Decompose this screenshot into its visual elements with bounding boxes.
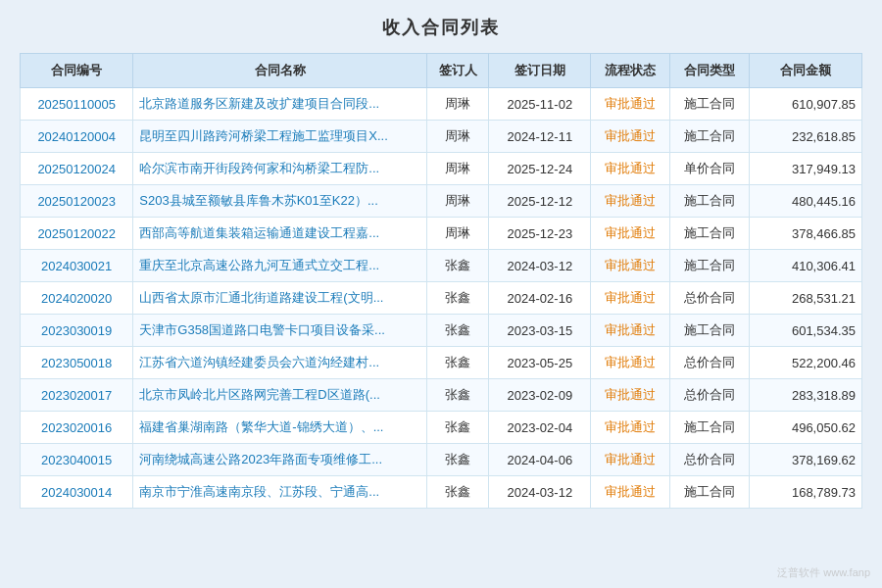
contract-id-cell[interactable]: 20250110005 (21, 88, 133, 121)
contract-id-cell[interactable]: 2023020017 (21, 379, 133, 412)
header-type: 合同类型 (669, 54, 749, 88)
type-cell: 总价合同 (669, 444, 749, 476)
header-status: 流程状态 (591, 54, 670, 88)
amount-cell: 232,618.85 (749, 121, 861, 153)
signer-cell: 张鑫 (427, 347, 489, 379)
status-cell: 审批通过 (591, 121, 670, 153)
date-cell: 2023-05-25 (489, 347, 591, 379)
contract-name-cell[interactable]: 江苏省六道沟镇经建委员会六道沟经建村... (133, 347, 427, 379)
status-cell: 审批通过 (591, 185, 670, 218)
amount-cell: 410,306.41 (749, 250, 861, 282)
table-row: 2024020020山西省太原市汇通北街道路建设工程(文明...张鑫2024-0… (21, 282, 862, 315)
type-cell: 施工合同 (669, 315, 749, 347)
header-date: 签订日期 (489, 54, 591, 88)
type-cell: 施工合同 (669, 412, 749, 444)
type-cell: 总价合同 (669, 282, 749, 315)
contract-name-cell[interactable]: 南京市宁淮高速南京段、江苏段、宁通高... (133, 476, 427, 509)
table-row: 2023020016福建省巢湖南路（繁华大道-锦绣大道）、...张鑫2023-0… (21, 412, 862, 444)
signer-cell: 张鑫 (427, 315, 489, 347)
status-cell: 审批通过 (591, 282, 670, 315)
amount-cell: 168,789.73 (749, 476, 861, 509)
type-cell: 施工合同 (669, 250, 749, 282)
amount-cell: 480,445.16 (749, 185, 861, 218)
amount-cell: 496,050.62 (749, 412, 861, 444)
table-header-row: 合同编号 合同名称 签订人 签订日期 流程状态 合同类型 合同金额 (21, 54, 862, 88)
watermark: 泛普软件 www.fanp (777, 565, 870, 580)
date-cell: 2024-03-12 (489, 250, 591, 282)
status-cell: 审批通过 (591, 315, 670, 347)
amount-cell: 378,466.85 (749, 218, 861, 250)
signer-cell: 周琳 (427, 153, 489, 185)
header-name: 合同名称 (133, 54, 427, 88)
status-cell: 审批通过 (591, 153, 670, 185)
table-row: 20250120023S203县城至额敏县库鲁木苏K01至K22）...周琳20… (21, 185, 862, 218)
type-cell: 施工合同 (669, 218, 749, 250)
type-cell: 单价合同 (669, 153, 749, 185)
contract-name-cell[interactable]: 福建省巢湖南路（繁华大道-锦绣大道）、... (133, 412, 427, 444)
header-id: 合同编号 (21, 54, 133, 88)
type-cell: 施工合同 (669, 121, 749, 153)
table-row: 2023030019天津市G358国道路口电警卡口项目设备采...张鑫2023-… (21, 315, 862, 347)
table-row: 20250110005北京路道服务区新建及改扩建项目合同段...周琳2025-1… (21, 88, 862, 121)
contract-name-cell[interactable]: 山西省太原市汇通北街道路建设工程(文明... (133, 282, 427, 315)
contract-name-cell[interactable]: 哈尔滨市南开街段跨何家和沟桥梁工程防... (133, 153, 427, 185)
signer-cell: 周琳 (427, 121, 489, 153)
contract-id-cell[interactable]: 2024020020 (21, 282, 133, 315)
status-cell: 审批通过 (591, 476, 670, 509)
contract-id-cell[interactable]: 20250120023 (21, 185, 133, 218)
signer-cell: 张鑫 (427, 379, 489, 412)
table-row: 2023040015河南绕城高速公路2023年路面专项维修工...张鑫2024-… (21, 444, 862, 476)
date-cell: 2025-12-23 (489, 218, 591, 250)
status-cell: 审批通过 (591, 88, 670, 121)
date-cell: 2024-04-06 (489, 444, 591, 476)
amount-cell: 610,907.85 (749, 88, 861, 121)
contract-name-cell[interactable]: S203县城至额敏县库鲁木苏K01至K22）... (133, 185, 427, 218)
date-cell: 2025-12-24 (489, 153, 591, 185)
page-container: 收入合同列表 合同编号 合同名称 签订人 签订日期 流程状态 合同类型 合同金额… (0, 0, 882, 588)
date-cell: 2023-03-15 (489, 315, 591, 347)
contract-table: 合同编号 合同名称 签订人 签订日期 流程状态 合同类型 合同金额 202501… (20, 53, 862, 509)
page-title: 收入合同列表 (20, 16, 862, 39)
signer-cell: 张鑫 (427, 250, 489, 282)
type-cell: 总价合同 (669, 347, 749, 379)
date-cell: 2024-02-16 (489, 282, 591, 315)
amount-cell: 268,531.21 (749, 282, 861, 315)
header-amount: 合同金额 (749, 54, 861, 88)
date-cell: 2024-03-12 (489, 476, 591, 509)
contract-name-cell[interactable]: 北京路道服务区新建及改扩建项目合同段... (133, 88, 427, 121)
table-row: 2024030021重庆至北京高速公路九河互通式立交工程...张鑫2024-03… (21, 250, 862, 282)
contract-id-cell[interactable]: 2024030014 (21, 476, 133, 509)
status-cell: 审批通过 (591, 412, 670, 444)
contract-id-cell[interactable]: 2023030019 (21, 315, 133, 347)
contract-id-cell[interactable]: 20250120024 (21, 153, 133, 185)
contract-name-cell[interactable]: 西部高等航道集装箱运输通道建设工程嘉... (133, 218, 427, 250)
signer-cell: 张鑫 (427, 412, 489, 444)
date-cell: 2025-12-12 (489, 185, 591, 218)
amount-cell: 601,534.35 (749, 315, 861, 347)
type-cell: 总价合同 (669, 379, 749, 412)
status-cell: 审批通过 (591, 379, 670, 412)
table-row: 2023020017北京市凤岭北片区路网完善工程D区道路(...张鑫2023-0… (21, 379, 862, 412)
amount-cell: 522,200.46 (749, 347, 861, 379)
contract-id-cell[interactable]: 2023050018 (21, 347, 133, 379)
table-row: 20250120024哈尔滨市南开街段跨何家和沟桥梁工程防...周琳2025-1… (21, 153, 862, 185)
contract-name-cell[interactable]: 重庆至北京高速公路九河互通式立交工程... (133, 250, 427, 282)
contract-name-cell[interactable]: 天津市G358国道路口电警卡口项目设备采... (133, 315, 427, 347)
header-signer: 签订人 (427, 54, 489, 88)
contract-id-cell[interactable]: 20250120022 (21, 218, 133, 250)
amount-cell: 317,949.13 (749, 153, 861, 185)
contract-id-cell[interactable]: 2023040015 (21, 444, 133, 476)
amount-cell: 283,318.89 (749, 379, 861, 412)
contract-name-cell[interactable]: 昆明至四川路跨河桥梁工程施工监理项目X... (133, 121, 427, 153)
contract-name-cell[interactable]: 北京市凤岭北片区路网完善工程D区道路(... (133, 379, 427, 412)
contract-id-cell[interactable]: 20240120004 (21, 121, 133, 153)
contract-id-cell[interactable]: 2023020016 (21, 412, 133, 444)
contract-id-cell[interactable]: 2024030021 (21, 250, 133, 282)
contract-name-cell[interactable]: 河南绕城高速公路2023年路面专项维修工... (133, 444, 427, 476)
signer-cell: 张鑫 (427, 444, 489, 476)
type-cell: 施工合同 (669, 88, 749, 121)
table-row: 2024030014南京市宁淮高速南京段、江苏段、宁通高...张鑫2024-03… (21, 476, 862, 509)
signer-cell: 周琳 (427, 88, 489, 121)
status-cell: 审批通过 (591, 444, 670, 476)
status-cell: 审批通过 (591, 347, 670, 379)
